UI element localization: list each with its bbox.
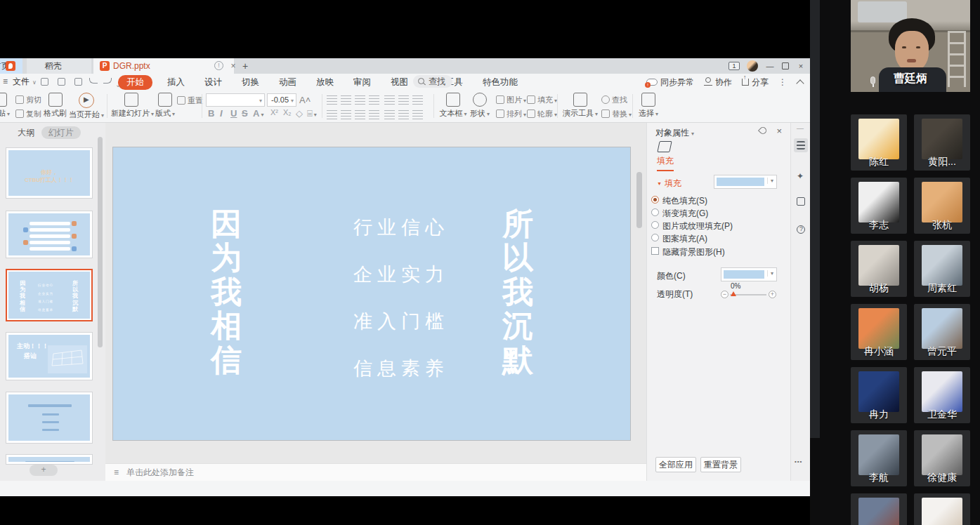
tab-docer[interactable]: 稻壳: [27, 58, 91, 74]
properties-tool-icon[interactable]: [794, 138, 808, 152]
print-preview-icon[interactable]: [73, 77, 83, 86]
fill-color-dropdown[interactable]: [714, 175, 777, 189]
menu-tab-7[interactable]: 审阅: [348, 75, 376, 90]
slide-thumbnail-1[interactable]: 你好， CTBU打工人！！！: [6, 147, 93, 199]
play-from-current-button[interactable]: 当页开始: [68, 93, 105, 120]
shapes-button[interactable]: 形状: [468, 93, 492, 119]
fill-tab[interactable]: 填充: [657, 155, 674, 171]
menu-tab-8[interactable]: 视图: [386, 75, 413, 90]
participant-tile[interactable]: 陈红: [851, 114, 907, 171]
option-gradient-fill[interactable]: 渐变填充(G): [662, 208, 708, 220]
help-icon[interactable]: [794, 222, 808, 237]
animation-pane-icon[interactable]: [794, 194, 808, 208]
panel-drag-handle[interactable]: [794, 128, 808, 131]
text-direction-icon[interactable]: [384, 95, 395, 105]
slide-canvas[interactable]: 因为我相信 行业信心 企业实力 准入门槛 信息素养 所以我沉默: [112, 147, 631, 441]
increase-indent-icon[interactable]: [369, 95, 379, 105]
font-color-button[interactable]: A: [253, 108, 263, 119]
participant-tile[interactable]: 冉小涵: [851, 304, 907, 360]
tab-outline[interactable]: 大纲: [18, 128, 34, 138]
file-menu[interactable]: 文件: [1, 75, 37, 88]
slide-center-list[interactable]: 行业信心 企业实力 准入门槛 信息素养: [324, 215, 478, 381]
line-spacing-icon[interactable]: [398, 95, 409, 105]
distribute-icon[interactable]: [384, 110, 395, 119]
menu-tab-1[interactable]: 开始: [118, 75, 152, 90]
speaker-video[interactable]: 曹廷炳: [851, 0, 970, 92]
participant-tile[interactable]: [851, 493, 907, 525]
bold-button[interactable]: B: [208, 108, 214, 119]
notes-bar[interactable]: 单击此处添加备注: [105, 463, 646, 481]
font-name-combo[interactable]: [206, 93, 265, 107]
paragraph-settings-icon[interactable]: [412, 110, 423, 119]
tab-document[interactable]: P DGR.pptx ! ×: [93, 58, 234, 74]
more-tools-icon[interactable]: [794, 454, 808, 468]
arrange-button[interactable]: 排列: [496, 109, 526, 119]
slide-panel-scrollbar[interactable]: [98, 137, 103, 347]
clear-format-icon[interactable]: ◇: [296, 108, 303, 119]
menu-tab-10[interactable]: 特色功能: [478, 75, 523, 90]
italic-button[interactable]: I: [220, 108, 223, 119]
strike-button[interactable]: S: [242, 108, 248, 119]
participant-tile[interactable]: 徐健康: [914, 430, 970, 486]
textbox-button[interactable]: 文本框: [438, 93, 468, 119]
fill-button[interactable]: 填充: [527, 95, 557, 105]
canvas-scrollbar[interactable]: [636, 172, 642, 228]
maximize-button[interactable]: [782, 62, 789, 69]
participant-tile[interactable]: 黄阳...: [914, 114, 970, 171]
participant-tile[interactable]: 胡杨: [851, 241, 907, 297]
participant-tile[interactable]: 张杭: [914, 178, 970, 234]
align-right-icon[interactable]: [355, 110, 365, 119]
transparency-plus[interactable]: +: [769, 291, 776, 298]
add-slide-button[interactable]: +: [30, 465, 58, 476]
menu-tab-3[interactable]: 设计: [200, 75, 227, 90]
transparency-minus[interactable]: −: [721, 291, 729, 298]
close-tab-icon[interactable]: ×: [228, 60, 238, 72]
participant-tile[interactable]: 周素红: [914, 241, 970, 297]
char-spacing-icon[interactable]: [412, 95, 423, 105]
menu-tab-4[interactable]: 切换: [237, 75, 264, 90]
window-count-badge[interactable]: 1: [729, 62, 740, 70]
transparency-thumb[interactable]: [731, 291, 736, 296]
color-dropdown[interactable]: [721, 267, 777, 281]
find-ribbon-button[interactable]: 查找: [601, 95, 627, 105]
close-panel-icon[interactable]: ×: [776, 126, 782, 136]
participant-tile[interactable]: 李志: [851, 178, 907, 234]
slide-thumbnail-2[interactable]: [6, 211, 93, 258]
new-tab-button[interactable]: +: [239, 60, 251, 72]
pin-icon[interactable]: [758, 126, 768, 135]
slide-right-vertical-text[interactable]: 所以我沉默: [502, 207, 535, 377]
bullet-list-icon[interactable]: [327, 95, 337, 105]
columns-icon[interactable]: [398, 110, 409, 119]
phonetic-guide-icon[interactable]: ⌸: [307, 108, 317, 119]
subscript-button[interactable]: X₂: [283, 108, 292, 117]
collaborate-button[interactable]: 协作: [704, 77, 732, 88]
participant-tile[interactable]: 李航: [851, 430, 907, 486]
more-menu-icon[interactable]: ⋮: [778, 77, 788, 87]
copy-button[interactable]: 复制: [15, 109, 41, 119]
print-icon[interactable]: [56, 77, 66, 86]
option-solid-fill[interactable]: 纯色填充(S): [662, 195, 707, 207]
redo-icon[interactable]: [103, 77, 112, 86]
save-icon[interactable]: [39, 77, 49, 86]
apply-all-button[interactable]: 全部应用: [655, 457, 696, 472]
option-picture-fill[interactable]: 图片或纹理填充(P): [662, 220, 733, 232]
slide-left-vertical-text[interactable]: 因为我相信: [211, 207, 243, 377]
tab-slides[interactable]: 幻灯片: [41, 126, 81, 139]
menu-tab-5[interactable]: 动画: [274, 75, 301, 90]
fill-section-header[interactable]: 填充: [657, 178, 681, 190]
font-size-combo[interactable]: -0.05: [267, 93, 296, 107]
slide-thumbnail-4[interactable]: 主动！！！ 搭讪: [6, 332, 93, 380]
grow-font-button[interactable]: A˄: [299, 95, 311, 105]
outline-button[interactable]: 轮廓: [527, 109, 557, 119]
new-slide-button[interactable]: 新建幻灯片: [111, 93, 152, 119]
select-button[interactable]: 选择: [636, 93, 660, 119]
cut-button[interactable]: 剪切: [15, 95, 41, 105]
number-list-icon[interactable]: [341, 95, 351, 105]
layout-button[interactable]: 版式: [153, 93, 177, 119]
slide-thumbnail-6[interactable]: [6, 454, 93, 465]
minimize-button[interactable]: —: [765, 61, 775, 71]
menu-tab-6[interactable]: 放映: [311, 75, 339, 90]
align-center-icon[interactable]: [341, 110, 351, 119]
sync-status[interactable]: 同步异常: [646, 77, 694, 88]
superscript-button[interactable]: X²: [270, 108, 278, 117]
